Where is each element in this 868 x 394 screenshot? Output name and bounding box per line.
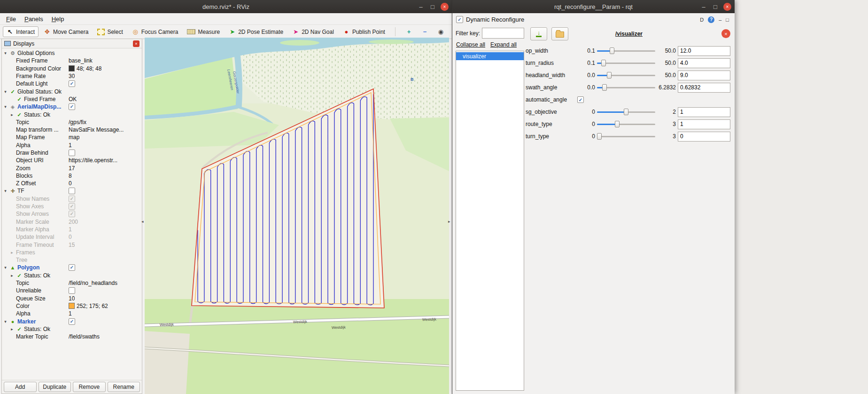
- checkbox-checked[interactable]: ✓: [69, 203, 75, 210]
- param-slider-turn_radius[interactable]: [597, 59, 655, 67]
- tool-tool-props[interactable]: ◉: [434, 26, 448, 37]
- tool-move-camera[interactable]: ✥Move Camera: [40, 26, 92, 37]
- display-row-show-arrows[interactable]: Show Arrows✓: [2, 210, 142, 218]
- display-row-polygon[interactable]: ▾▲Polygon✓: [2, 264, 142, 271]
- expander-icon[interactable]: ▸: [9, 272, 15, 279]
- property-value-text[interactable]: /field/no_headlands: [69, 279, 117, 287]
- expander-icon[interactable]: ▸: [9, 249, 15, 256]
- property-value-text[interactable]: 30: [69, 72, 75, 80]
- expander-icon[interactable]: ▾: [3, 187, 8, 195]
- param-input-turn_radius[interactable]: [678, 58, 730, 68]
- param-input-turn_type[interactable]: [678, 132, 730, 142]
- slider-handle[interactable]: [624, 109, 628, 115]
- display-row-color[interactable]: Color252; 175; 62: [2, 302, 142, 310]
- display-row-zoom[interactable]: Zoom17: [2, 164, 142, 172]
- splitter-collapse-left-icon[interactable]: ◂: [141, 219, 144, 224]
- collapse-all-button[interactable]: Collapse all: [456, 40, 490, 49]
- display-row-status-ok[interactable]: ▸✓Status: Ok: [2, 325, 142, 333]
- slider-handle[interactable]: [597, 133, 602, 140]
- display-row-z-offset[interactable]: Z Offset0: [2, 180, 142, 187]
- map-3d-view[interactable]: WestdijkWestdijkWestdijkWestdijkLeemheer…: [145, 38, 449, 394]
- slider-handle[interactable]: [602, 84, 607, 91]
- dock-minimize-icon[interactable]: –: [719, 17, 721, 23]
- display-row-alpha[interactable]: Alpha1: [2, 310, 142, 317]
- map-canvas[interactable]: WestdijkWestdijkWestdijkWestdijkLeemheer…: [145, 38, 449, 394]
- expander-icon[interactable]: ▾: [3, 318, 8, 325]
- expand-all-button[interactable]: Expand all: [490, 40, 524, 49]
- display-row-marker-scale[interactable]: Marker Scale200: [2, 218, 142, 226]
- display-row-show-names[interactable]: Show Names✓: [2, 195, 142, 203]
- param-pane-close-icon[interactable]: ×: [721, 29, 730, 38]
- display-row-map-frame[interactable]: Map Framemap: [2, 134, 142, 141]
- display-row-default-light[interactable]: Default Light✓: [2, 80, 142, 87]
- display-row-show-axes[interactable]: Show Axes✓: [2, 203, 142, 210]
- property-value-text[interactable]: 8: [69, 172, 72, 180]
- save-params-button[interactable]: ↓: [530, 27, 547, 40]
- param-input-headland_width[interactable]: [678, 71, 730, 80]
- checkbox-checked[interactable]: ✓: [69, 196, 75, 202]
- close-icon[interactable]: ×: [441, 3, 449, 11]
- display-row-global-status-ok[interactable]: ▾✓Global Status: Ok: [2, 87, 142, 95]
- display-row-global-options[interactable]: ▾⚙Global Options: [2, 49, 142, 57]
- tool-publish-point[interactable]: ●Publish Point: [339, 26, 389, 37]
- expander-icon[interactable]: ▾: [3, 88, 8, 95]
- display-row-background-color[interactable]: Background Color48; 48; 48: [2, 65, 142, 72]
- menu-file[interactable]: File: [2, 14, 20, 24]
- tool-interact[interactable]: ↖Interact: [3, 26, 39, 37]
- tool-select[interactable]: Select: [93, 27, 126, 37]
- property-value-text[interactable]: 0: [69, 233, 72, 241]
- property-value-text[interactable]: 252; 175; 62: [77, 302, 108, 310]
- display-row-tree[interactable]: Tree: [2, 256, 142, 264]
- property-value-text[interactable]: 17: [69, 165, 75, 172]
- tool-focus-camera[interactable]: ◎Focus Camera: [128, 26, 182, 37]
- slider-handle[interactable]: [610, 47, 614, 54]
- slider-handle[interactable]: [615, 121, 620, 127]
- display-row-fixed-frame[interactable]: Fixed Framebase_link: [2, 57, 142, 64]
- param-slider-op_width[interactable]: [597, 47, 655, 55]
- display-row-marker-alpha[interactable]: Marker Alpha1: [2, 226, 142, 233]
- param-slider-headland_width[interactable]: [597, 71, 655, 79]
- displays-panel-header[interactable]: Displays ×: [2, 39, 142, 48]
- tool-add-tool[interactable]: +: [402, 26, 416, 37]
- property-value-text[interactable]: 1: [69, 226, 72, 233]
- param-slider-swath_angle[interactable]: [597, 84, 655, 91]
- load-params-button[interactable]: [551, 27, 568, 40]
- display-row-frames[interactable]: ▸Frames: [2, 249, 142, 256]
- expander-icon[interactable]: ▾: [3, 264, 8, 271]
- display-row-draw-behind[interactable]: Draw Behind: [2, 149, 142, 157]
- checkbox-unchecked[interactable]: [69, 287, 75, 294]
- display-row-status-ok[interactable]: ▸✓Status: Ok: [2, 272, 142, 279]
- display-row-update-interval[interactable]: Update Interval0: [2, 233, 142, 241]
- remove-display-button[interactable]: Remove: [73, 382, 106, 392]
- property-value-text[interactable]: 1: [69, 142, 72, 149]
- menu-panels[interactable]: Panels: [20, 14, 47, 24]
- display-row-map-transform-[interactable]: Map transform ...NavSatFix Message...: [2, 126, 142, 134]
- display-row-topic[interactable]: Topic/gps/fix: [2, 118, 142, 126]
- property-value-text[interactable]: map: [69, 134, 79, 141]
- expander-icon[interactable]: ▾: [3, 49, 8, 57]
- close-icon[interactable]: ×: [723, 3, 731, 11]
- param-input-sg_objective[interactable]: [678, 107, 730, 117]
- minimize-icon[interactable]: –: [417, 3, 425, 10]
- slider-handle[interactable]: [601, 60, 606, 66]
- expander-icon[interactable]: ▸: [9, 325, 15, 333]
- display-row-tf[interactable]: ▾✚TF: [2, 187, 142, 195]
- property-value-text[interactable]: /field/swaths: [69, 333, 100, 340]
- param-checkbox-automatic_angle[interactable]: ✓: [577, 96, 584, 103]
- param-input-swath_angle[interactable]: [678, 83, 730, 93]
- duplicate-display-button[interactable]: Duplicate: [39, 382, 71, 392]
- maximize-icon[interactable]: □: [712, 3, 719, 10]
- property-value-text[interactable]: 1: [69, 310, 72, 317]
- checkbox-checked[interactable]: ✓: [69, 318, 75, 325]
- display-row-fixed-frame[interactable]: ✓Fixed FrameOK: [2, 95, 142, 103]
- filter-key-input[interactable]: [482, 28, 524, 39]
- display-row-alpha[interactable]: Alpha1: [2, 142, 142, 149]
- property-value-text[interactable]: 200: [69, 218, 78, 226]
- node-item-visualizer[interactable]: visualizer: [456, 52, 524, 60]
- checkbox-checked[interactable]: ✓: [69, 264, 75, 271]
- expander-icon[interactable]: ▸: [9, 111, 15, 118]
- display-row-unreliable[interactable]: Unreliable: [2, 287, 142, 294]
- display-row-marker[interactable]: ▾●Marker✓: [2, 317, 142, 325]
- display-row-object-uri[interactable]: Object URIhttps://tile.openstr...: [2, 157, 142, 164]
- tool-nav-goal[interactable]: ➤2D Nav Goal: [288, 26, 338, 37]
